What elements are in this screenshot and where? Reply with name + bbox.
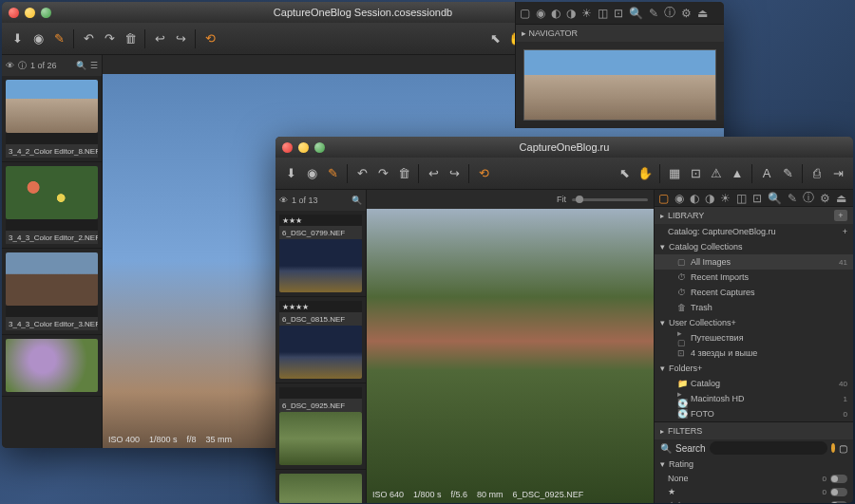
exposure-tab-icon[interactable]: ☀ (720, 192, 731, 205)
local-tab-icon[interactable]: 🔍 (768, 192, 782, 205)
close-button[interactable] (282, 142, 293, 153)
clear-search-icon[interactable]: ▢ (839, 443, 847, 454)
iso-value: ISO 400 (108, 435, 140, 444)
undo-icon[interactable]: ↩ (150, 29, 169, 48)
hand-icon[interactable]: ✋ (636, 164, 655, 183)
capture-icon[interactable]: ◉ (302, 164, 321, 183)
rating-2-row[interactable]: ★★2 (655, 498, 853, 503)
filter-toggle[interactable] (830, 488, 847, 496)
thumbnail-item[interactable] (2, 335, 102, 397)
text-icon[interactable]: A (757, 164, 776, 183)
thumbnail-item[interactable] (276, 470, 366, 503)
wrench-icon[interactable]: ✎ (323, 164, 342, 183)
loupe-icon[interactable]: ⊡ (686, 164, 705, 183)
trash-row[interactable]: 🗑Trash (655, 300, 853, 315)
user-collection-row[interactable]: ⊡4 звезды и выше (655, 345, 853, 361)
rotate-cw-icon[interactable]: ↷ (100, 29, 119, 48)
library-header[interactable]: ▸LIBRARY+ (655, 207, 853, 224)
search-icon[interactable]: 🔍 (76, 61, 86, 70)
visibility-icon[interactable]: 👁 (279, 196, 288, 205)
rating-stars[interactable]: ★★★★ (279, 301, 362, 312)
rotate-ccw-icon[interactable]: ↶ (79, 29, 98, 48)
rotate-ccw-icon[interactable]: ↶ (352, 164, 371, 183)
recent-captures-row[interactable]: ⏱Recent Captures (655, 285, 853, 300)
zoom-slider[interactable] (572, 198, 648, 201)
sort-icon[interactable]: ☰ (90, 61, 98, 70)
collapse-icon[interactable]: ⇥ (828, 164, 847, 183)
warning-icon[interactable]: ⚠ (707, 164, 726, 183)
wrench-icon[interactable]: ✎ (49, 29, 68, 48)
filter-toggle[interactable] (830, 475, 847, 483)
viewer-image[interactable]: ISO 640 1/800 s f/5.6 80 mm 6_DSC_0925.N… (367, 209, 654, 503)
library-tab-icon[interactable]: ▢ (658, 192, 669, 205)
thumbnail-item[interactable]: 6_DSC_0925.NEF (276, 383, 366, 470)
folder-row[interactable]: 💽FOTO0 (655, 406, 853, 421)
color-tab-icon[interactable]: ◑ (705, 192, 714, 205)
details-tab-icon[interactable]: ⊡ (752, 192, 762, 205)
close-button[interactable] (9, 8, 19, 18)
thumbnail-item[interactable]: 3_4_3_Color Editor_3.NEF (2, 249, 102, 335)
search-input[interactable] (710, 441, 827, 455)
thumbnail-item[interactable]: ★★★ 6_DSC_0799.NEF (276, 211, 366, 297)
fit-label[interactable]: Fit (557, 195, 566, 204)
lens-tab-icon[interactable]: ◐ (690, 192, 699, 205)
rating-stars[interactable]: ★★★ (279, 215, 362, 226)
info-icon[interactable]: ⓘ (18, 60, 27, 72)
rating-1-row[interactable]: ★0 (655, 485, 853, 498)
titlebar[interactable]: CaptureOneBlog.ru (276, 137, 853, 158)
thumbnail-filename: 6_DSC_0799.NEF (279, 226, 362, 239)
output-tab-icon[interactable]: ⚙ (820, 192, 830, 205)
cursor-icon[interactable]: ⬉ (615, 164, 634, 183)
catalog-collections-header[interactable]: ▾Catalog Collections (655, 239, 853, 254)
add-collection-button[interactable]: + (732, 318, 736, 327)
maximize-button[interactable] (41, 8, 51, 18)
composition-tab-icon[interactable]: ◫ (736, 192, 747, 205)
visibility-icon[interactable]: 👁 (6, 61, 14, 70)
undo-icon[interactable]: ↩ (424, 164, 443, 183)
metadata-tab-icon[interactable]: ⓘ (803, 190, 814, 206)
user-collection-row[interactable]: ▸ ▢Путешествия (655, 330, 853, 345)
add-catalog-button[interactable]: + (843, 227, 847, 236)
rating-none-row[interactable]: None0 (655, 472, 853, 485)
capture-icon[interactable]: ◉ (28, 29, 48, 48)
thumbnail-item[interactable]: 3_4_3_Color Editor_2.NEF (2, 162, 102, 249)
filter-toggle[interactable] (830, 501, 847, 504)
reset-icon[interactable]: ⟲ (200, 29, 219, 48)
minimize-button[interactable] (298, 142, 309, 153)
minimize-button[interactable] (25, 8, 35, 18)
rating-stars[interactable] (6, 306, 98, 317)
filters-header[interactable]: ▸FILTERS (655, 422, 853, 439)
rating-stars[interactable] (6, 219, 98, 231)
reset-icon[interactable]: ⟲ (474, 164, 493, 183)
folders-header[interactable]: ▾Folders+ (655, 361, 853, 376)
search-icon[interactable]: 🔍 (352, 196, 362, 205)
trash-icon[interactable]: 🗑 (121, 29, 140, 48)
redo-icon[interactable]: ↪ (445, 164, 464, 183)
maximize-button[interactable] (314, 142, 325, 153)
grid-icon[interactable]: ▦ (665, 164, 684, 183)
navigator-preview[interactable] (523, 55, 716, 121)
redo-icon[interactable]: ↪ (171, 29, 190, 48)
eyedropper-icon[interactable]: ✎ (778, 164, 797, 183)
histogram-icon[interactable]: ▲ (728, 164, 747, 183)
rating-stars[interactable] (279, 387, 362, 399)
capture-tab-icon[interactable]: ◉ (674, 192, 684, 205)
adjust-tab-icon[interactable]: ✎ (788, 192, 797, 205)
add-button[interactable]: + (834, 210, 847, 221)
import-icon[interactable]: ⬇ (8, 29, 27, 48)
thumbnail-item[interactable]: ★★★★ 6_DSC_0815.NEF (276, 297, 366, 383)
rating-header[interactable]: ▾Rating (655, 457, 853, 472)
cursor-icon[interactable]: ⬉ (485, 29, 504, 48)
trash-icon[interactable]: 🗑 (394, 164, 413, 183)
add-folder-button[interactable]: + (697, 364, 702, 373)
rating-stars[interactable] (6, 133, 98, 144)
print-icon[interactable]: ⎙ (808, 164, 826, 183)
rotate-cw-icon[interactable]: ↷ (373, 164, 392, 183)
recent-imports-row[interactable]: ⏱Recent Imports (655, 270, 853, 285)
import-icon[interactable]: ⬇ (281, 164, 300, 183)
batch-tab-icon[interactable]: ⏏ (836, 192, 846, 205)
catalog-name-row[interactable]: Catalog: CaptureOneBlog.ru+ (655, 224, 853, 239)
all-images-row[interactable]: ▢All Images41 (655, 254, 853, 270)
folder-row[interactable]: ▸ 💽Macintosh HD1 (655, 391, 853, 406)
thumbnail-item[interactable]: 3_4_2_Color Editor_8.NEF (2, 76, 102, 162)
